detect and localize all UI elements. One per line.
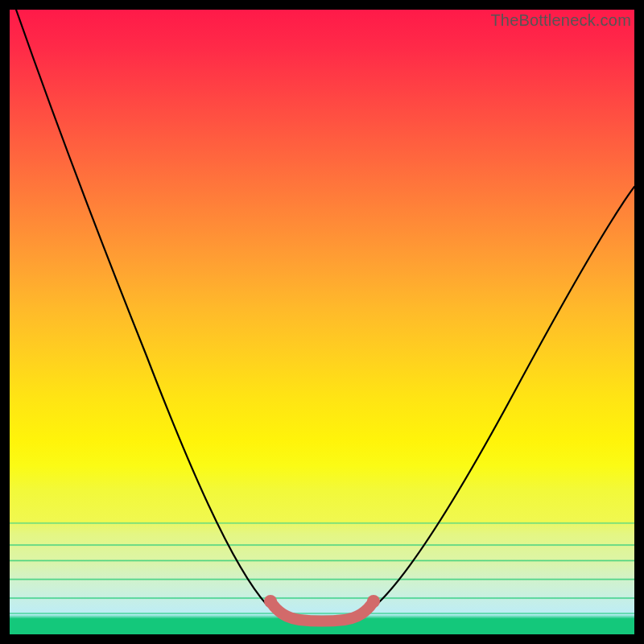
plot-area [10, 10, 634, 634]
highlight-start-dot [264, 595, 277, 608]
optimal-zone-highlight-line [270, 601, 374, 621]
chart-frame: TheBottleneck.com [0, 0, 644, 644]
highlight-end-dot [367, 595, 380, 608]
bottleneck-curve-line [16, 10, 634, 621]
chart-overlay-svg [10, 10, 634, 634]
watermark-text: TheBottleneck.com [490, 11, 631, 30]
